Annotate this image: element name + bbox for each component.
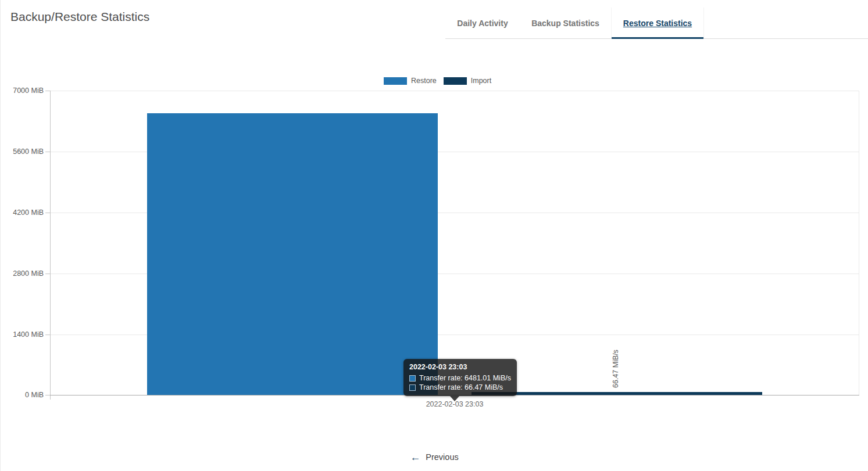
tooltip-caret-icon (450, 396, 459, 401)
tooltip-title: 2022-02-03 23:03 (409, 363, 511, 371)
y-tick-mark (45, 91, 50, 91)
plot-right-border (859, 91, 859, 396)
gridline-7000 (50, 91, 859, 91)
tooltip-import-value: Transfer rate: 66.47 MiB/s (419, 383, 503, 391)
tooltip-row-restore: Transfer rate: 6481.01 MiB/s (409, 374, 511, 382)
backup-restore-statistics-page: Backup/Restore Statistics Daily Activity… (0, 0, 868, 471)
legend-import-label: Import (471, 77, 491, 85)
y-tick-label: 0 MiB (1, 390, 44, 400)
tab-restore-statistics-label: Restore Statistics (623, 19, 692, 28)
legend-item-restore[interactable]: Restore (384, 77, 437, 85)
previous-button[interactable]: ← Previous (406, 450, 462, 465)
y-axis-line (50, 91, 51, 400)
tooltip-row-import: Transfer rate: 66.47 MiB/s (409, 383, 511, 391)
tab-backup-statistics[interactable]: Backup Statistics (520, 8, 611, 38)
active-tab-underline (612, 37, 703, 39)
restore-bar[interactable] (147, 113, 438, 395)
import-legend-swatch-icon (444, 77, 467, 85)
x-tick-label: 2022-02-03 23:03 (397, 400, 513, 408)
y-tick-mark (45, 335, 50, 335)
legend-restore-label: Restore (411, 77, 437, 85)
chart-tooltip: 2022-02-03 23:03 Transfer rate: 6481.01 … (403, 359, 517, 396)
previous-button-label: Previous (426, 452, 458, 462)
footer-nav: ← Previous (1, 450, 868, 465)
y-tick-label: 7000 MiB (1, 86, 44, 95)
restore-legend-swatch-icon (384, 77, 407, 85)
tab-daily-activity[interactable]: Daily Activity (445, 8, 520, 38)
legend-item-import[interactable]: Import (444, 77, 491, 85)
y-tick-label: 4200 MiB (1, 208, 44, 217)
restore-swatch-icon (409, 375, 416, 382)
y-tick-label: 5600 MiB (1, 147, 44, 156)
y-tick-mark (45, 395, 50, 396)
arrow-left-icon: ← (410, 452, 420, 462)
y-tick-mark (45, 213, 50, 213)
tab-daily-activity-label: Daily Activity (457, 19, 508, 28)
page-title: Backup/Restore Statistics (10, 10, 149, 24)
import-bar-value-label: 66.47 MiB/s (611, 339, 621, 388)
tab-backup-statistics-label: Backup Statistics (531, 19, 599, 28)
y-tick-mark (45, 274, 50, 274)
tab-bar: Daily Activity Backup Statistics Restore… (445, 8, 868, 39)
import-swatch-icon (409, 384, 416, 391)
tab-restore-statistics[interactable]: Restore Statistics (611, 8, 704, 38)
y-tick-label: 1400 MiB (1, 330, 44, 339)
chart-legend: Restore Import (384, 77, 491, 85)
tooltip-restore-value: Transfer rate: 6481.01 MiB/s (419, 374, 511, 382)
y-tick-label: 2800 MiB (1, 269, 44, 278)
y-tick-mark (45, 152, 50, 152)
